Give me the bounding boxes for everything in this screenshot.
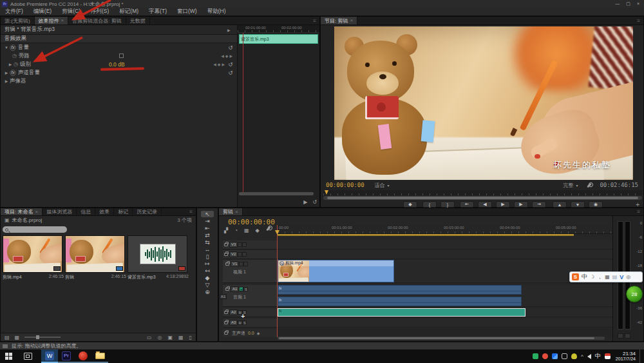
level-value[interactable]: 0.0 dB (109, 61, 125, 68)
panel-menu-icon[interactable]: ≡ (634, 17, 643, 25)
mark-out-button[interactable]: } (440, 201, 455, 208)
timeline-clip-audio-2[interactable]: fx (278, 297, 522, 306)
chevron-open-icon[interactable]: ▼ (3, 46, 10, 50)
taskbar-app-word[interactable]: W (41, 349, 58, 363)
new-bin-button[interactable]: ▣ (167, 335, 173, 340)
step-back-button[interactable]: ◀ (478, 201, 492, 208)
reset-icon[interactable]: ↺ (227, 61, 234, 68)
tray-blue-app-icon[interactable] (552, 353, 558, 359)
ime-fullwidth-icon[interactable]: ☽ (590, 274, 594, 280)
prev-keyframe-icon[interactable]: ◀ (221, 54, 224, 58)
source-patch-a1[interactable]: A1 (220, 294, 227, 299)
effect-row-level[interactable]: ▶ ◷ 级别 0.0 dB ◀◆▶ ↺ (1, 60, 237, 68)
mute-button[interactable]: M (239, 287, 243, 291)
track-header-v1[interactable]: V1 视频 1 (223, 260, 277, 283)
track-header-v3[interactable]: V3 (223, 240, 277, 250)
tab-project[interactable]: 项目: 未命名× (1, 208, 43, 215)
effect-row-panner[interactable]: ▶ 声像器 (1, 77, 237, 85)
ime-settings-icon[interactable]: ◎ (626, 274, 630, 280)
rolling-edit-tool[interactable]: ⇆ (201, 239, 214, 246)
lock-icon[interactable] (224, 243, 228, 246)
search-input[interactable] (3, 226, 67, 233)
track-lane-a3[interactable] (278, 319, 613, 328)
minimize-button[interactable]: — (615, 1, 620, 6)
automate-to-sequence-button[interactable]: ▭ (147, 335, 152, 340)
tab-effects[interactable]: 效果 (95, 208, 114, 215)
tab-sequence[interactable]: 剪辑× (219, 208, 243, 215)
linked-selection-button[interactable]: ◔ (234, 228, 238, 233)
eye-icon[interactable] (242, 242, 247, 247)
close-icon[interactable]: × (61, 18, 64, 23)
taskbar-app-explorer[interactable] (91, 349, 108, 363)
tab-effect-controls[interactable]: 效果控件× (35, 17, 69, 25)
track-header-a2[interactable]: A2MS (223, 308, 277, 317)
timeline-ruler[interactable]: 00:00 00:01:00:00 00:02:00:00 00:03:00:0… (278, 225, 613, 234)
prev-keyframe-icon[interactable]: ◀ (213, 62, 216, 66)
ime-mode-toggle[interactable]: 中 (582, 273, 587, 281)
tab-markers[interactable]: 标记 (114, 208, 133, 215)
loop-button[interactable]: ↺ (312, 199, 317, 205)
show-desktop-button[interactable] (639, 349, 641, 363)
eye-icon[interactable] (242, 252, 247, 257)
maximize-button[interactable]: ▢ (626, 1, 630, 6)
tray-green-app-icon[interactable] (533, 353, 538, 359)
timeline-clip-music-selected[interactable]: fx (278, 308, 526, 317)
menu-clip[interactable]: 剪辑(C) (57, 8, 86, 15)
tab-audio-clip-mixer[interactable]: 音频剪辑混合器: 剪辑 (68, 17, 126, 25)
tray-shield-icon[interactable] (571, 353, 577, 359)
bypass-checkbox[interactable] (119, 54, 124, 58)
timeline-clip-audio-1[interactable]: fx (278, 285, 522, 295)
meter-solo-button[interactable] (618, 333, 623, 338)
selection-tool[interactable]: ↖ (201, 211, 214, 217)
close-window-button[interactable]: × (637, 1, 639, 6)
meter-mute-button[interactable] (625, 333, 630, 338)
step-forward-button[interactable]: ▶ (514, 201, 528, 208)
chevron-right-icon[interactable]: ▶ (3, 79, 10, 83)
mini-scrollbar[interactable] (239, 192, 314, 195)
add-marker-button[interactable]: ◆ (256, 228, 260, 233)
task-view-button[interactable] (24, 353, 32, 360)
project-item-sequence[interactable]: 剪辑 2:46:15 (65, 235, 126, 282)
quality-dropdown[interactable]: 完整▾ (563, 182, 578, 189)
timeline-scrollbar[interactable] (278, 337, 605, 340)
track-lane-v1[interactable]: fx 剪辑.mp4 (278, 260, 613, 283)
panel-menu-icon[interactable]: ≡ (310, 17, 319, 25)
menu-file[interactable]: 文件(F) (0, 8, 28, 15)
ime-keyboard-icon[interactable]: ▦ (605, 274, 610, 280)
go-to-in-button[interactable]: ⇤ (460, 201, 474, 208)
work-area-bar[interactable] (278, 234, 574, 236)
razor-tool[interactable]: ▯ (201, 253, 214, 260)
taskbar-app-premiere[interactable]: Pr (58, 349, 75, 363)
effect-row-volume[interactable]: ▼ fx 音量 ↺ (1, 43, 237, 52)
program-playhead[interactable] (325, 190, 328, 195)
mini-timeline-ruler[interactable]: 00:01:00:00 00:02:00:00 (238, 25, 319, 33)
timeline-grid-button[interactable]: ▦ (244, 228, 249, 233)
tray-clipboard-icon[interactable] (562, 353, 567, 359)
pen-tool[interactable]: ◆ (201, 275, 214, 281)
track-lane-a2[interactable]: fx (278, 308, 613, 317)
menu-sequence[interactable]: 序列(S) (86, 8, 114, 15)
tray-doc-app-icon[interactable] (605, 353, 611, 359)
icon-view-button[interactable]: ▦ (15, 335, 20, 340)
floating-accelerator-ball[interactable]: 28 (626, 286, 643, 302)
add-marker-button[interactable]: ◆ (403, 201, 417, 208)
tab-media-browser[interactable]: 媒体浏览器 (43, 208, 77, 215)
menu-window[interactable]: 窗口(W) (172, 8, 202, 15)
zoom-slider[interactable] (24, 337, 61, 338)
ime-indicator[interactable]: 中 (595, 352, 601, 360)
lock-icon[interactable] (225, 288, 229, 291)
tab-program-monitor[interactable]: 节目: 剪辑× (321, 17, 357, 25)
tab-info[interactable]: 信息 (77, 208, 95, 215)
ime-toolbox-icon[interactable]: ▤ (612, 274, 618, 280)
lock-icon[interactable] (224, 331, 228, 335)
effect-row-bypass[interactable]: ◷ 旁路 ◀◆▶ (1, 52, 237, 60)
mark-in-button[interactable]: { (422, 201, 437, 208)
timeline-settings-icon[interactable] (266, 226, 271, 231)
mini-timeline-clip[interactable]: 背景音乐.mp3 (239, 34, 318, 44)
keyframe-icon[interactable]: ◆ (257, 331, 260, 335)
project-item-video[interactable]: 剪辑.mp4 2:46:15 (3, 235, 64, 282)
panel-menu-icon[interactable]: ≡ (186, 208, 196, 215)
track-header-a1[interactable]: A1MS 音频 1 (223, 285, 277, 307)
chevron-right-icon[interactable]: ▶ (3, 70, 10, 75)
project-item-audio[interactable]: 背景音乐.mp3 4:18:29892 (128, 235, 189, 282)
